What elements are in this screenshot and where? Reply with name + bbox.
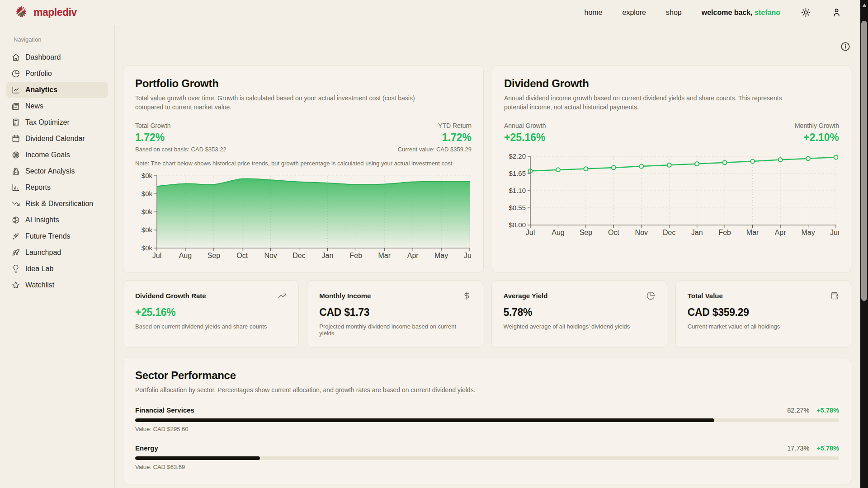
calculator-icon bbox=[12, 118, 20, 127]
sector-bar-track bbox=[135, 418, 839, 422]
ytd-return-label: YTD Return bbox=[398, 122, 472, 129]
sidebar-item-watchlist[interactable]: Watchlist bbox=[6, 277, 108, 293]
sector-name: Energy bbox=[135, 444, 158, 452]
sidebar-item-dividend-calendar[interactable]: Dividend Calendar bbox=[6, 131, 108, 147]
sector-bar-track bbox=[135, 456, 839, 460]
sidebar-item-news[interactable]: News bbox=[6, 98, 108, 114]
stat-cards-row: Dividend Growth Rate+25.16%Based on curr… bbox=[123, 280, 851, 348]
lightbulb-icon bbox=[12, 265, 20, 273]
sidebar: Navigation DashboardPortfolioAnalyticsNe… bbox=[0, 25, 115, 488]
stat-card-description: Projected monthly dividend income based … bbox=[319, 323, 471, 337]
info-icon[interactable] bbox=[840, 42, 851, 52]
svg-text:Nov: Nov bbox=[264, 252, 277, 259]
svg-text:Feb: Feb bbox=[718, 229, 731, 236]
main-content: Portfolio Growth Total value growth over… bbox=[115, 25, 868, 488]
portfolio-growth-description: Total value growth over time. Growth is … bbox=[135, 94, 425, 112]
sidebar-item-launchpad[interactable]: Launchpad bbox=[6, 244, 108, 261]
home-icon bbox=[12, 53, 20, 61]
sidebar-item-label: Reports bbox=[25, 183, 51, 192]
sector-name: Financial Services bbox=[135, 406, 194, 414]
svg-text:Sep: Sep bbox=[208, 252, 221, 259]
sidebar-item-label: Tax Optimizer bbox=[25, 118, 70, 127]
maple-leaf-logo-icon bbox=[14, 5, 29, 20]
svg-text:$0k: $0k bbox=[142, 244, 153, 252]
sidebar-item-tax-optimizer[interactable]: Tax Optimizer bbox=[6, 114, 108, 131]
svg-text:Jan: Jan bbox=[322, 252, 334, 259]
sidebar-item-label: Idea Lab bbox=[25, 265, 53, 273]
welcome-message: welcome back, stefano bbox=[702, 9, 780, 17]
sidebar-item-analytics[interactable]: Analytics bbox=[6, 82, 108, 98]
stat-card-total-value: Total ValueCAD $359.29Current market val… bbox=[675, 280, 851, 348]
dividend-growth-title: Dividend Growth bbox=[504, 77, 839, 90]
stat-card-value: 5.78% bbox=[504, 306, 655, 319]
svg-text:$0k: $0k bbox=[142, 208, 153, 216]
portfolio-growth-area-chart: $0k$0k$0k$0k$0kJulAugSepOctNovDecJanFebM… bbox=[135, 171, 472, 261]
theme-toggle-sun-icon[interactable] bbox=[800, 7, 811, 18]
sector-row-energy: Energy17.73%+5.78%Value: CAD $63.69 bbox=[135, 444, 839, 470]
sidebar-item-label: Portfolio bbox=[25, 70, 52, 78]
sector-allocation: 17.73% bbox=[787, 445, 809, 452]
svg-text:Jun: Jun bbox=[830, 229, 839, 236]
brand-logo[interactable]: maplediv bbox=[14, 5, 77, 20]
star-icon bbox=[12, 281, 20, 289]
sector-performance-description: Portfolio allocation by sector. Percenta… bbox=[135, 385, 587, 394]
svg-text:Jan: Jan bbox=[691, 229, 703, 236]
sector-bar-fill bbox=[135, 418, 714, 422]
sidebar-item-dashboard[interactable]: Dashboard bbox=[6, 49, 108, 66]
user-account-icon[interactable] bbox=[831, 7, 842, 18]
trending-up-icon bbox=[278, 291, 287, 300]
sidebar-item-label: Dividend Calendar bbox=[25, 135, 85, 143]
pie-chart-icon bbox=[12, 70, 20, 78]
sidebar-item-label: Income Goals bbox=[25, 151, 70, 159]
sidebar-item-portfolio[interactable]: Portfolio bbox=[6, 66, 108, 82]
dollar-icon bbox=[462, 291, 471, 300]
sidebar-item-label: Sector Analysis bbox=[25, 167, 75, 175]
sector-growth: +5.78% bbox=[816, 407, 839, 414]
sidebar-item-future-trends[interactable]: Future Trends bbox=[6, 228, 108, 244]
scrollbar-thumb[interactable] bbox=[861, 21, 867, 301]
svg-text:Mar: Mar bbox=[378, 252, 391, 259]
nav-link-explore[interactable]: explore bbox=[623, 9, 646, 17]
stat-card-value: +25.16% bbox=[135, 306, 287, 319]
ytd-return-value: 1.72% bbox=[398, 131, 472, 144]
portfolio-chart-note: Note: The chart below shows historical p… bbox=[135, 160, 472, 167]
sidebar-section-label: Navigation bbox=[14, 36, 108, 43]
line-chart-icon bbox=[12, 86, 20, 94]
annual-growth-label: Annual Growth bbox=[504, 122, 546, 129]
sidebar-item-label: AI Insights bbox=[25, 216, 59, 224]
nav-link-shop[interactable]: shop bbox=[666, 9, 682, 17]
sidebar-item-income-goals[interactable]: Income Goals bbox=[6, 147, 108, 163]
svg-text:Apr: Apr bbox=[407, 252, 419, 259]
sidebar-item-label: Dashboard bbox=[25, 53, 61, 61]
sidebar-item-idea-lab[interactable]: Idea Lab bbox=[6, 261, 108, 277]
svg-text:$0.00: $0.00 bbox=[509, 221, 526, 229]
sparkles-icon bbox=[12, 232, 20, 240]
sector-performance-card: Sector Performance Portfolio allocation … bbox=[123, 357, 851, 484]
sidebar-item-ai-insights[interactable]: AI Insights bbox=[6, 212, 108, 228]
top-bar: maplediv home explore shop welcome back,… bbox=[0, 0, 868, 25]
svg-text:Nov: Nov bbox=[635, 229, 648, 236]
scrollbar-up-arrow[interactable] bbox=[862, 4, 867, 7]
brain-icon bbox=[12, 216, 20, 224]
stat-card-title: Monthly Income bbox=[319, 292, 371, 300]
portfolio-growth-title: Portfolio Growth bbox=[135, 77, 472, 90]
sector-growth: +5.78% bbox=[816, 445, 839, 452]
svg-text:Sep: Sep bbox=[580, 229, 593, 236]
stat-card-dividend-growth-rate: Dividend Growth Rate+25.16%Based on curr… bbox=[123, 280, 299, 348]
building-icon bbox=[12, 167, 20, 175]
page-scrollbar[interactable] bbox=[860, 0, 868, 488]
stat-card-description: Based on current dividend yields and sha… bbox=[135, 323, 287, 330]
dividend-growth-description: Annual dividend income growth based on c… bbox=[504, 94, 793, 112]
total-growth-label: Total Growth bbox=[135, 122, 226, 129]
sector-value-note: Value: CAD $63.69 bbox=[135, 464, 839, 470]
sidebar-item-sector-analysis[interactable]: Sector Analysis bbox=[6, 163, 108, 179]
annual-growth-value: +25.16% bbox=[504, 131, 546, 144]
nav-link-home[interactable]: home bbox=[584, 9, 602, 17]
brand-name: maplediv bbox=[33, 6, 77, 19]
monthly-growth-value: +2.10% bbox=[795, 131, 839, 144]
sidebar-item-reports[interactable]: Reports bbox=[6, 179, 108, 196]
stat-card-title: Total Value bbox=[688, 292, 723, 300]
total-growth-value: 1.72% bbox=[135, 131, 226, 144]
svg-text:Jul: Jul bbox=[152, 252, 161, 259]
sidebar-item-risk-diversification[interactable]: Risk & Diversification bbox=[6, 196, 108, 212]
